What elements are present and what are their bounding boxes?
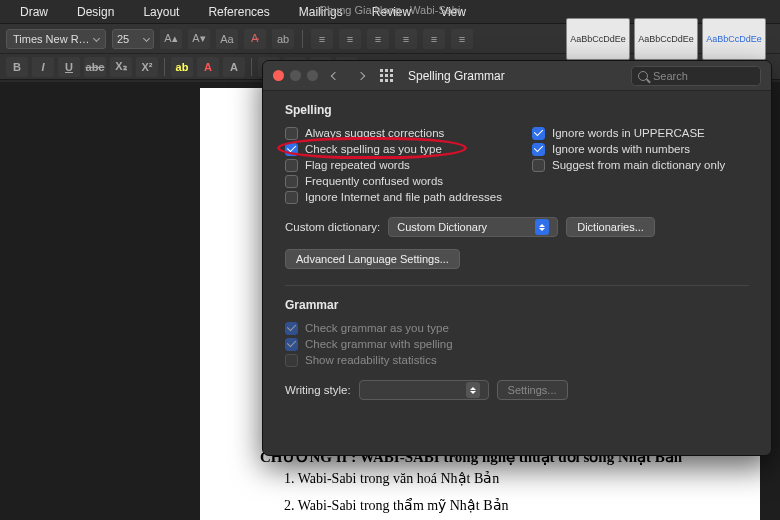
highlight-button[interactable]: ab <box>171 57 193 77</box>
updown-icon <box>535 219 549 235</box>
panel-title: Spelling Grammar <box>408 69 505 83</box>
custom-dict-label: Custom dictionary: <box>285 221 380 233</box>
numbering-button[interactable]: ≡ <box>339 29 361 49</box>
chevron-down-icon <box>143 35 150 42</box>
font-size-combo[interactable]: 25 <box>112 29 154 49</box>
search-input[interactable]: Search <box>631 66 761 86</box>
bullets-button[interactable]: ≡ <box>311 29 333 49</box>
check-confused-words[interactable]: Frequently confused words <box>285 173 502 189</box>
font-toolbar: Times New R… 25 A▴ A▾ Aa A̶ ab ≡ ≡ ≡ ≡ ≡… <box>0 24 780 54</box>
bold-button[interactable]: B <box>6 57 28 77</box>
checkbox-icon[interactable] <box>285 143 298 156</box>
chevron-left-icon <box>331 71 339 79</box>
minimize-icon <box>290 70 301 81</box>
underline-button[interactable]: U <box>58 57 80 77</box>
grammar-settings-button: Settings... <box>497 380 568 400</box>
show-all-button[interactable] <box>378 67 396 85</box>
style-nospace[interactable]: AaBbCcDdEe <box>634 18 698 60</box>
chevron-down-icon <box>93 35 100 42</box>
search-icon <box>638 71 648 81</box>
checkbox-icon[interactable] <box>532 127 545 140</box>
grid-icon <box>380 69 394 83</box>
check-grammar-with-spelling: Check grammar with spelling <box>285 336 749 352</box>
window-title: Phung Gia Nang · Wabi-Sabi <box>320 4 461 16</box>
check-always-suggest[interactable]: Always suggest corrections <box>285 125 502 141</box>
search-placeholder: Search <box>653 70 688 82</box>
indent-inc-button[interactable]: ≡ <box>451 29 473 49</box>
subscript-button[interactable]: X₂ <box>110 57 132 77</box>
increase-font-button[interactable]: A▴ <box>160 29 182 49</box>
font-family-value: Times New R… <box>13 33 90 45</box>
divider <box>285 285 749 286</box>
style-heading1[interactable]: AaBbCcDdEe <box>702 18 766 60</box>
check-readability-stats: Show readability statistics <box>285 352 749 368</box>
align-button[interactable]: ≡ <box>395 29 417 49</box>
forward-button[interactable] <box>352 67 370 85</box>
custom-dict-select[interactable]: Custom Dictionary <box>388 217 558 237</box>
grammar-heading: Grammar <box>285 298 749 312</box>
char-border-button[interactable]: ab <box>272 29 294 49</box>
check-ignore-internet[interactable]: Ignore Internet and file path addresses <box>285 189 502 205</box>
zoom-icon <box>307 70 318 81</box>
writing-style-select <box>359 380 489 400</box>
tab-references[interactable]: References <box>194 2 283 22</box>
checkbox-icon[interactable] <box>532 143 545 156</box>
style-normal[interactable]: AaBbCcDdEe <box>566 18 630 60</box>
back-button[interactable] <box>326 67 344 85</box>
decrease-font-button[interactable]: A▾ <box>188 29 210 49</box>
updown-icon <box>466 382 480 398</box>
font-family-combo[interactable]: Times New R… <box>6 29 106 49</box>
tab-draw[interactable]: Draw <box>6 2 62 22</box>
preferences-panel: Spelling Grammar Search Spelling Always … <box>262 60 772 456</box>
advanced-language-button[interactable]: Advanced Language Settings... <box>285 249 460 269</box>
change-case-button[interactable]: Aa <box>216 29 238 49</box>
doc-line: 2. Wabi-Sabi trong thẩm mỹ Nhật Bản <box>284 497 720 514</box>
check-spelling-as-type[interactable]: Check spelling as you type <box>285 141 502 157</box>
check-ignore-uppercase[interactable]: Ignore words in UPPERCASE <box>532 125 749 141</box>
checkbox-icon <box>285 354 298 367</box>
writing-style-label: Writing style: <box>285 384 351 396</box>
traffic-lights <box>273 70 318 81</box>
panel-titlebar: Spelling Grammar Search <box>263 61 771 91</box>
check-main-dict-only[interactable]: Suggest from main dictionary only <box>532 157 749 173</box>
checkbox-icon[interactable] <box>532 159 545 172</box>
checkbox-icon <box>285 322 298 335</box>
checkbox-icon <box>285 338 298 351</box>
italic-button[interactable]: I <box>32 57 54 77</box>
checkbox-icon[interactable] <box>285 159 298 172</box>
check-flag-repeated[interactable]: Flag repeated words <box>285 157 502 173</box>
doc-line: 1. Wabi-Sabi trong văn hoá Nhật Bản <box>284 470 720 487</box>
tab-design[interactable]: Design <box>63 2 128 22</box>
checkbox-icon[interactable] <box>285 191 298 204</box>
dictionaries-button[interactable]: Dictionaries... <box>566 217 655 237</box>
font-color-button[interactable]: A <box>197 57 219 77</box>
close-icon[interactable] <box>273 70 284 81</box>
superscript-button[interactable]: X² <box>136 57 158 77</box>
clear-format-button[interactable]: A̶ <box>244 29 266 49</box>
indent-dec-button[interactable]: ≡ <box>423 29 445 49</box>
chevron-right-icon <box>357 71 365 79</box>
checkbox-icon[interactable] <box>285 127 298 140</box>
strike-button[interactable]: abc <box>84 57 106 77</box>
font-size-value: 25 <box>117 33 129 45</box>
check-grammar-as-type: Check grammar as you type <box>285 320 749 336</box>
checkbox-icon[interactable] <box>285 175 298 188</box>
spelling-heading: Spelling <box>285 103 749 117</box>
multilevel-button[interactable]: ≡ <box>367 29 389 49</box>
char-shading-button[interactable]: A <box>223 57 245 77</box>
tab-layout[interactable]: Layout <box>129 2 193 22</box>
check-ignore-numbers[interactable]: Ignore words with numbers <box>532 141 749 157</box>
